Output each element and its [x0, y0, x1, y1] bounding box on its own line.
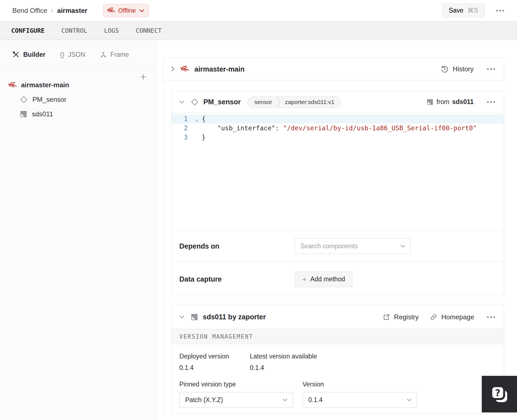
code-key: "usb_interface": — [202, 124, 283, 132]
code-fold-chevron-icon[interactable]: ⌄ — [192, 114, 202, 124]
builder-tools-icon — [12, 51, 20, 58]
code-line-1[interactable]: 1 ⌄ { — [171, 114, 504, 124]
save-button[interactable]: Save ⌘S — [442, 4, 485, 17]
module-menu-button[interactable] — [485, 315, 497, 320]
module-title: sds011 by zaporter — [203, 313, 266, 321]
save-button-label: Save — [449, 7, 463, 14]
breadcrumb-org-link[interactable]: Bend Office — [12, 7, 47, 15]
save-shortcut-hint: ⌘S — [467, 7, 478, 14]
machine-part-card: airmaster-main History — [163, 58, 504, 81]
homepage-link[interactable]: Homepage — [430, 313, 474, 321]
chevron-right-icon[interactable] — [171, 66, 175, 72]
latest-version-label: Latest version available — [250, 353, 317, 360]
tree-item-label: PM_sensor — [32, 96, 66, 103]
version-select-row: Pinned version type Patch (X.Y.Z) Versio… — [179, 381, 496, 408]
version-value: 0.1.4 — [308, 396, 323, 404]
pm-sensor-card-header: PM_sensor sensor zaporter:sds011:v1 — [171, 91, 504, 113]
code-text: { — [202, 114, 206, 124]
data-capture-section: Data capture + Add method — [171, 262, 504, 296]
homepage-label: Homepage — [441, 313, 474, 321]
mode-builder[interactable]: Builder — [12, 51, 45, 58]
breadcrumb: Bend Office › airmaster — [12, 7, 87, 15]
braces-icon: {} — [60, 51, 64, 58]
tab-control[interactable]: CONTROL — [61, 26, 88, 35]
deployed-version-value: 0.1.4 — [179, 364, 250, 372]
config-sidebar: Builder {} JSON Frame — [0, 40, 156, 420]
tab-configure[interactable]: CONFIGURE — [11, 26, 45, 35]
line-number: 3 — [171, 133, 192, 142]
pinned-version-type-select[interactable]: Patch (X.Y.Z) — [179, 392, 293, 408]
part-card-title: airmaster-main — [194, 65, 245, 73]
module-icon — [20, 110, 27, 118]
pinned-version-type-label: Pinned version type — [179, 381, 302, 388]
code-text: "usb_interface": "/dev/serial/by-id/usb-… — [202, 124, 477, 133]
pinned-version-type-field: Pinned version type Patch (X.Y.Z) — [179, 381, 302, 408]
module-icon — [191, 313, 198, 321]
mode-builder-label: Builder — [23, 51, 45, 58]
machine-status-dropdown[interactable]: Offline — [103, 4, 149, 17]
frame-axes-icon — [100, 51, 107, 58]
tab-connect[interactable]: CONNECT — [135, 26, 162, 35]
component-diamond-icon — [191, 98, 199, 106]
component-type-model-badge: sensor zaporter:sds011:v1 — [247, 96, 341, 108]
latest-version-value: 0.1.4 — [250, 364, 317, 372]
wifi-off-icon — [180, 65, 189, 73]
history-button-label: History — [453, 65, 474, 73]
chevron-down-icon — [407, 398, 412, 402]
code-line-3[interactable]: 3 } — [171, 133, 504, 142]
breadcrumb-separator-icon: › — [51, 7, 53, 14]
version-select[interactable]: 0.1.4 — [302, 392, 417, 408]
tab-logs[interactable]: LOGS — [104, 26, 119, 35]
plus-icon: + — [302, 276, 306, 283]
mode-frame[interactable]: Frame — [100, 51, 129, 58]
attributes-json-editor[interactable]: 1 ⌄ { 2 "usb_interface": "/dev/serial/by… — [171, 113, 504, 230]
chevron-down-icon — [283, 398, 288, 402]
component-menu-button[interactable] — [485, 100, 497, 105]
component-title: PM_sensor — [203, 98, 241, 106]
depends-on-section: Depends on Search components — [171, 230, 504, 262]
version-label: Version — [302, 381, 417, 388]
registry-link[interactable]: Registry — [383, 313, 419, 321]
data-capture-label: Data capture — [179, 275, 295, 283]
registry-label: Registry — [394, 313, 419, 321]
component-type-badge: sensor — [248, 99, 277, 105]
pinned-version-type-value: Patch (X.Y.Z) — [185, 396, 223, 404]
depends-on-select[interactable]: Search components — [295, 238, 411, 254]
chevron-down-icon[interactable] — [179, 100, 185, 104]
from-prefix: from — [436, 98, 449, 106]
line-number: 2 — [171, 124, 192, 133]
add-component-button[interactable] — [140, 73, 147, 81]
mode-frame-label: Frame — [111, 51, 129, 58]
add-method-button[interactable]: + Add method — [295, 272, 352, 287]
main-tabbar: CONFIGURE CONTROL LOGS CONNECT — [0, 21, 517, 40]
version-management-section-header: VERSION MANAGEMENT — [171, 329, 504, 344]
history-button[interactable]: History — [441, 65, 474, 73]
mode-json[interactable]: {} JSON — [60, 51, 85, 58]
code-string-value: "/dev/serial/by-id/usb-1a86_USB_Serial-i… — [283, 124, 477, 132]
wifi-off-icon — [107, 7, 115, 14]
module-card-header: sds011 by zaporter Registry — [171, 305, 504, 329]
breadcrumb-machine-name: airmaster — [57, 7, 87, 15]
part-card-menu-button[interactable] — [485, 67, 497, 72]
version-field: Version 0.1.4 — [302, 381, 417, 408]
history-clock-icon — [441, 65, 448, 73]
top-header: Bend Office › airmaster Offline Save ⌘S — [0, 0, 517, 21]
version-management-body: Deployed version 0.1.4 Latest version av… — [171, 344, 504, 408]
pm-sensor-card: PM_sensor sensor zaporter:sds011:v1 — [171, 91, 504, 296]
link-icon — [430, 313, 437, 321]
svg-text:?: ? — [495, 388, 500, 398]
deployed-version-label: Deployed version — [179, 353, 250, 360]
header-overflow-menu-button[interactable] — [495, 8, 506, 13]
component-tree: airmaster-main PM_sensor sds011 — [0, 69, 156, 121]
code-text: } — [202, 133, 206, 142]
code-line-2[interactable]: 2 "usb_interface": "/dev/serial/by-id/us… — [171, 124, 504, 133]
tree-item-pm-sensor[interactable]: PM_sensor — [0, 92, 156, 107]
component-model-badge: zaporter:sds011:v1 — [280, 99, 341, 105]
help-button[interactable]: ? — [482, 376, 517, 412]
chevron-down-icon[interactable] — [179, 315, 185, 319]
chevron-down-icon — [400, 244, 405, 248]
tree-item-airmaster-main[interactable]: airmaster-main — [0, 78, 156, 92]
depends-on-label: Depends on — [179, 242, 295, 250]
tree-item-sds011[interactable]: sds011 — [0, 107, 156, 121]
from-module-label: from sds011 — [426, 98, 474, 106]
